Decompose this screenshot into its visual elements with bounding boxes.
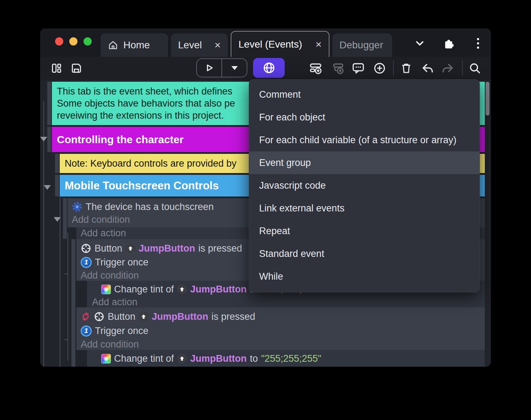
condition-text: The device has a touchscreen <box>86 201 214 212</box>
condition-text: Trigger once <box>95 325 149 336</box>
tab-label: Level (Events) <box>238 39 302 50</box>
add-event-menu: Comment For each object For each child v… <box>249 79 480 292</box>
add-circle-button[interactable] <box>370 59 389 77</box>
globe-preview-icon <box>262 61 276 75</box>
kebab-menu-icon[interactable] <box>471 36 485 50</box>
action-value: "255;255;255" <box>261 353 321 364</box>
event-jumpbutton-2[interactable]: Button JumpButton is pressed 1 Trigger o… <box>76 307 485 350</box>
add-condition-link[interactable]: Add condition <box>81 270 139 281</box>
play-button-group <box>196 58 247 77</box>
trigger-once-icon: 1 <box>81 325 92 336</box>
toolbar-divider <box>462 60 463 76</box>
action-text: Change tint of <box>114 284 174 295</box>
tab-label: Home <box>123 39 150 51</box>
add-action-link[interactable]: Add action <box>81 228 126 239</box>
play-options-dropdown[interactable] <box>222 59 247 77</box>
action-change-tint-2[interactable]: Change tint of JumpButton to "255;255;25… <box>87 350 485 367</box>
condition-text: is pressed <box>211 311 255 322</box>
app-window: Home Level × Level (Events) × Debugger <box>40 28 491 367</box>
menu-item[interactable]: For each object <box>249 106 479 129</box>
toolbar-divider <box>393 60 394 76</box>
search-button[interactable] <box>466 59 484 77</box>
collapse-arrow-icon[interactable] <box>44 185 51 190</box>
tab-level-events[interactable]: Level (Events) × <box>231 31 329 57</box>
menu-item[interactable]: Comment <box>249 83 479 106</box>
row-handle[interactable] <box>55 175 59 196</box>
delete-button[interactable] <box>397 59 415 77</box>
object-arrow-icon <box>177 354 187 364</box>
gamepad-button-icon <box>94 311 104 322</box>
condition-text: Button <box>95 243 122 254</box>
scrollbar-thumb[interactable] <box>486 82 489 115</box>
menu-item[interactable]: While <box>249 265 479 288</box>
add-comment-button[interactable] <box>349 59 368 77</box>
close-tab-icon[interactable]: × <box>214 40 221 50</box>
menu-item-label: For each child variable (of a structure … <box>259 135 456 146</box>
object-name: JumpButton <box>190 353 247 364</box>
preview-network-button[interactable] <box>253 58 285 78</box>
tint-color-icon <box>101 354 111 364</box>
add-condition-link[interactable]: Add condition <box>81 339 139 350</box>
collapse-arrow-icon[interactable] <box>54 217 61 222</box>
row-handle[interactable] <box>47 82 51 125</box>
object-name: JumpButton <box>139 243 195 254</box>
tree-tick <box>64 274 68 274</box>
menu-item-label: Comment <box>259 89 301 100</box>
tab-debugger[interactable]: Debugger <box>332 33 392 57</box>
menu-item[interactable]: For each child variable (of a structure … <box>249 129 479 151</box>
menu-item[interactable]: Javascript code <box>249 174 479 197</box>
add-action-link[interactable]: Add action <box>92 297 138 308</box>
redo-button[interactable] <box>439 59 457 77</box>
close-window-button[interactable] <box>55 37 63 45</box>
play-button[interactable] <box>197 59 221 77</box>
row-handle[interactable] <box>47 127 51 152</box>
close-tab-icon[interactable]: × <box>315 39 322 50</box>
condition-text: Button <box>108 311 135 322</box>
add-subevent-button[interactable] <box>328 59 347 77</box>
tree-line <box>60 197 60 367</box>
touchscreen-gear-icon <box>72 201 82 212</box>
add-action-link[interactable]: Add action <box>92 366 138 367</box>
menu-item-label: Javascript code <box>259 180 326 191</box>
undo-button[interactable] <box>418 59 436 77</box>
add-condition-link[interactable]: Add condition <box>72 214 130 225</box>
tree-line <box>68 233 68 361</box>
tab-level[interactable]: Level × <box>171 33 228 57</box>
collapse-arrow-icon[interactable] <box>40 137 47 141</box>
menu-item-label: Repeat <box>259 226 290 237</box>
object-name: JumpButton <box>190 284 247 295</box>
titlebar: Home Level × Level (Events) × Debugger <box>40 28 491 57</box>
puzzle-extension-icon[interactable] <box>441 36 455 50</box>
condition-text: is pressed <box>198 243 242 254</box>
toolbar <box>40 57 491 80</box>
chevron-down-icon[interactable] <box>413 36 427 50</box>
row-handle[interactable] <box>63 198 67 239</box>
menu-item[interactable]: Standard event <box>249 242 479 265</box>
tint-color-icon <box>101 285 111 294</box>
tab-home[interactable]: Home <box>101 33 168 57</box>
add-event-button[interactable] <box>306 59 325 77</box>
menu-item-label: While <box>259 271 283 282</box>
menu-item-label: Link external events <box>259 203 344 214</box>
menu-item[interactable]: Repeat <box>249 220 479 242</box>
tab-label: Debugger <box>339 39 383 51</box>
object-arrow-icon <box>125 243 135 253</box>
desktop-background: Home Level × Level (Events) × Debugger <box>0 0 531 420</box>
object-arrow-icon <box>139 312 149 322</box>
menu-item[interactable]: Event group <box>249 151 479 174</box>
dropdown-caret-icon <box>231 66 238 70</box>
trigger-once-icon: 1 <box>81 257 92 268</box>
save-icon[interactable] <box>67 59 86 77</box>
zoom-window-button[interactable] <box>84 37 92 45</box>
menu-item-label: Event group <box>259 157 311 168</box>
gamepad-button-icon <box>81 243 91 254</box>
row-handle[interactable] <box>55 154 59 173</box>
project-panels-icon[interactable] <box>47 59 66 77</box>
menu-item[interactable]: Link external events <box>249 197 479 220</box>
minimize-window-button[interactable] <box>69 37 77 45</box>
home-icon <box>108 40 118 50</box>
tab-label: Level <box>178 39 202 51</box>
row-handle[interactable] <box>71 239 75 367</box>
action-text: Change tint of <box>114 353 174 364</box>
tree-tick <box>64 339 68 340</box>
